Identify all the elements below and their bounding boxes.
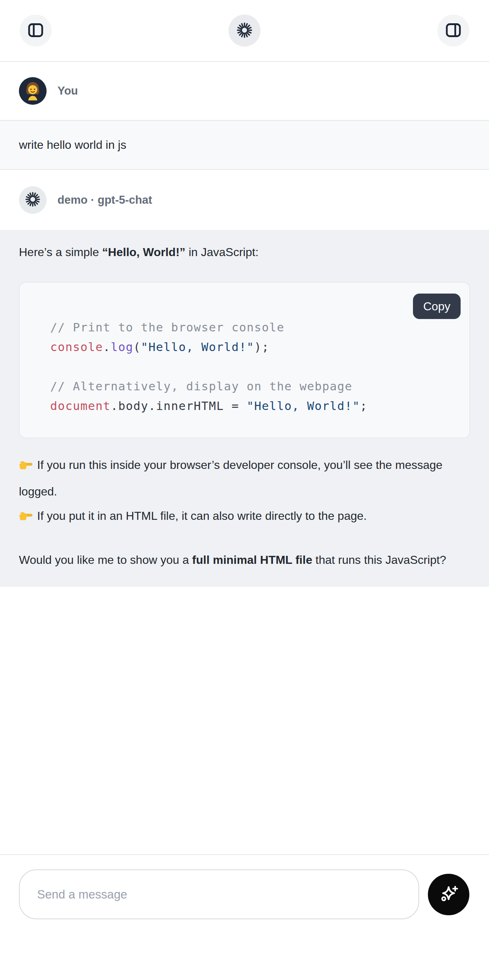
sparkles-icon bbox=[437, 883, 460, 907]
intro-text: Here’s a simple bbox=[19, 245, 102, 259]
starburst-icon bbox=[25, 192, 40, 208]
note-text: If you run this inside your browser’s de… bbox=[19, 458, 443, 498]
response-note: If you put it in an HTML file, it can al… bbox=[19, 504, 470, 530]
code-line: document.body.innerHTML = "Hello, World!… bbox=[50, 396, 448, 416]
code-token: . bbox=[103, 340, 111, 354]
person-emoji-icon bbox=[22, 80, 43, 102]
assistant-response: Here’s a simple “Hello, World!” in JavaS… bbox=[0, 230, 489, 587]
author-label: You bbox=[57, 84, 78, 97]
app-header bbox=[0, 0, 489, 62]
user-message-text: write hello world in js bbox=[19, 138, 126, 152]
question-text-after: that runs this JavaScript? bbox=[312, 553, 446, 566]
code-line: // Alternatively, display on the webpage bbox=[50, 377, 448, 396]
intro-bold-text: “Hello, World!” bbox=[102, 245, 186, 259]
messages-spacer bbox=[0, 587, 489, 854]
user-message-header: You bbox=[0, 62, 489, 120]
response-note: If you run this inside your browser’s de… bbox=[19, 453, 470, 504]
panel-right-button[interactable] bbox=[437, 14, 469, 46]
point-right-emoji-icon bbox=[19, 506, 33, 530]
intro-text-after: in JavaScript: bbox=[186, 245, 259, 259]
copy-button[interactable]: Copy bbox=[413, 294, 460, 319]
code-token: "Hello, World!" bbox=[141, 340, 254, 354]
response-notes: If you run this inside your browser’s de… bbox=[19, 453, 470, 530]
panel-left-button[interactable] bbox=[20, 14, 52, 46]
user-avatar bbox=[19, 77, 46, 105]
panel-left-icon bbox=[27, 21, 45, 40]
code-token: log bbox=[111, 340, 133, 354]
code-token: ; bbox=[360, 399, 368, 413]
code-token: "Hello, World!" bbox=[247, 399, 360, 413]
code-token: console bbox=[50, 340, 103, 354]
code-line: console.log("Hello, World!"); bbox=[50, 337, 448, 357]
user-message-bubble: write hello world in js bbox=[0, 120, 489, 170]
question-text: Would you like me to show you a bbox=[19, 553, 192, 566]
model-name-label: demo · gpt-5-chat bbox=[57, 194, 152, 207]
response-question: Would you like me to show you a full min… bbox=[19, 548, 470, 572]
note-text: If you put it in an HTML file, it can al… bbox=[37, 509, 367, 522]
code-line: // Print to the browser console bbox=[50, 318, 448, 337]
code-line bbox=[50, 357, 448, 377]
code-token: // Print to the browser console bbox=[50, 320, 285, 334]
code-token: // Alternatively, display on the webpage bbox=[50, 379, 352, 393]
panel-right-icon bbox=[444, 21, 462, 40]
code-token: ); bbox=[254, 340, 269, 354]
code-block: Copy // Print to the browser consolecons… bbox=[19, 282, 470, 438]
code-token: .body.innerHTML = bbox=[111, 399, 247, 413]
starburst-icon bbox=[236, 22, 253, 39]
composer bbox=[0, 855, 489, 932]
code-token: ( bbox=[133, 340, 141, 354]
message-input[interactable] bbox=[19, 869, 419, 919]
code-content: // Print to the browser consoleconsole.l… bbox=[20, 283, 469, 438]
question-bold-text: full minimal HTML file bbox=[192, 553, 312, 566]
assistant-message-header: demo · gpt-5-chat bbox=[0, 170, 489, 230]
model-button[interactable] bbox=[228, 14, 261, 46]
assistant-avatar bbox=[19, 186, 46, 214]
send-button[interactable] bbox=[428, 874, 469, 915]
response-intro: Here’s a simple “Hello, World!” in JavaS… bbox=[19, 240, 470, 264]
point-right-emoji-icon bbox=[19, 455, 33, 479]
code-token: document bbox=[50, 399, 111, 413]
